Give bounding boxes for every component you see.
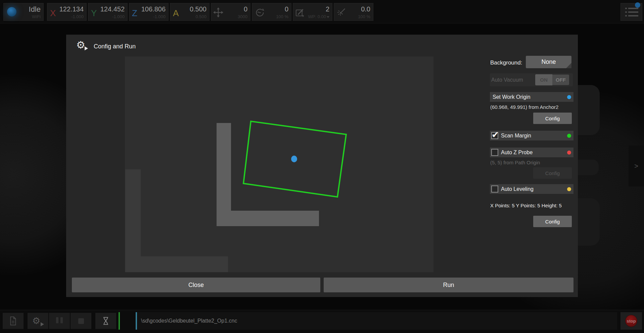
laser-box[interactable]: 0.0 100 % xyxy=(334,3,373,21)
stop-square-icon xyxy=(78,318,84,324)
notification-dot xyxy=(635,2,640,8)
emergency-stop-button[interactable]: stop xyxy=(625,315,637,327)
scan-margin-checkbox[interactable]: ✔ xyxy=(491,132,498,139)
progress-accent-green xyxy=(119,312,120,330)
z-probe-detail: (5, 5) from Path Origin xyxy=(490,160,540,165)
tool-box[interactable]: 2 WP: 0.00 xyxy=(293,3,332,21)
hourglass-icon xyxy=(101,316,110,326)
pause-button xyxy=(49,313,70,329)
laser-sub: 100 % xyxy=(358,14,370,19)
axis-y-value: 124.452 xyxy=(100,5,125,13)
config-run-gear-icon: ⚙ xyxy=(76,39,88,51)
z-probe-status-dot xyxy=(567,151,571,155)
axis-a-value: 0.500 xyxy=(190,5,206,13)
set-work-origin-header[interactable]: Set Work Origin xyxy=(490,92,573,102)
auto-vacuum-on-button[interactable]: ON xyxy=(535,74,552,85)
spinner-fold-icon xyxy=(566,63,571,68)
scan-margin-label: Scan Margin xyxy=(501,131,531,140)
axis-x-value: 122.134 xyxy=(59,5,84,13)
axis-z-sub-value: -1.000 xyxy=(153,14,166,19)
open-file-button[interactable] xyxy=(3,313,24,329)
expand-panel-tab[interactable]: > xyxy=(629,145,644,186)
move-arrows-icon xyxy=(213,7,223,17)
work-area-preview[interactable] xyxy=(125,56,433,272)
auto-leveling-label: Auto Leveling xyxy=(501,184,534,194)
machine-status-box[interactable]: Idle WiFi xyxy=(3,3,44,21)
axis-z-value: 106.806 xyxy=(141,5,166,13)
work-origin-config-button[interactable]: Config xyxy=(533,113,572,124)
screen: X- > Idle WiFi X 122.134 -1.000 Y 124.45… xyxy=(0,0,644,333)
work-origin-detail: (60.968, 49.991) from Anchor2 xyxy=(490,104,558,110)
auto-z-probe-label: Auto Z Probe xyxy=(501,148,533,157)
axis-x-sub-value: -1.000 xyxy=(71,14,84,19)
axis-a-sub-value: 0.500 xyxy=(195,14,206,19)
auto-z-probe-checkbox[interactable] xyxy=(491,149,498,156)
chevron-down-icon xyxy=(327,16,329,18)
checkmark-icon: ✔ xyxy=(492,130,499,140)
config-run-button[interactable]: ⚙ xyxy=(28,313,48,329)
close-button[interactable]: Close xyxy=(72,278,320,292)
auto-vacuum-label: Auto Vacuum xyxy=(491,73,523,86)
spindle-value: 0 xyxy=(285,5,288,13)
leveling-detail: X Points: 5 Y Points: 5 Height: 5 xyxy=(490,203,562,208)
axis-x-box[interactable]: X 122.134 -1.000 xyxy=(47,3,87,21)
leveling-status-dot xyxy=(567,187,571,191)
feed-rate-value: 0 xyxy=(244,5,247,13)
config-and-run-dialog: ⚙ Config and Run Background: None Auto V… xyxy=(66,35,578,297)
spindle-icon xyxy=(254,7,264,17)
auto-leveling-header[interactable]: Auto Leveling xyxy=(490,184,573,194)
loaded-file-path[interactable]: \sd\gcodes\Geldbeutel_Platte2_Op1.cnc xyxy=(136,312,617,330)
background-label: Background: xyxy=(490,59,522,66)
machine-state: Idle xyxy=(29,5,41,14)
toolpath-bounds-overlay xyxy=(125,56,433,272)
play-icon xyxy=(41,322,44,326)
tool-number: 2 xyxy=(326,5,329,13)
background-spinner[interactable]: None xyxy=(526,56,571,68)
emergency-stop-box: stop xyxy=(620,312,642,330)
run-button[interactable]: Run xyxy=(324,278,573,292)
connection-status-icon xyxy=(7,7,16,16)
axis-y-box[interactable]: Y 124.452 -1.000 xyxy=(88,3,128,21)
axis-y-letter: Y xyxy=(91,8,97,18)
feed-rate-sub: 3000 xyxy=(238,14,247,19)
job-timer-button[interactable] xyxy=(95,313,116,329)
set-work-origin-label: Set Work Origin xyxy=(493,92,531,102)
top-status-bar: Idle WiFi X 122.134 -1.000 Y 124.452 -1.… xyxy=(0,0,644,24)
config-run-gear-icon: ⚙ xyxy=(32,315,44,327)
bottom-toolbar: ⚙ \sd\gcodes\Geldbeutel_Platte2_Op1.cnc … xyxy=(0,310,644,333)
work-origin-status-dot xyxy=(567,95,571,99)
axis-z-letter: Z xyxy=(132,8,137,18)
work-origin-dot xyxy=(291,156,297,162)
scan-margin-header[interactable]: ✔ Scan Margin xyxy=(490,131,573,140)
connection-type: WiFi xyxy=(32,14,41,19)
axis-a-box[interactable]: A 0.500 0.500 xyxy=(170,3,210,21)
feed-rate-box[interactable]: 0 3000 xyxy=(211,3,250,21)
tool-sub: WP: 0.00 xyxy=(308,14,329,19)
play-icon xyxy=(85,46,88,50)
dialog-title: Config and Run xyxy=(94,43,136,50)
tool-icon xyxy=(295,7,305,17)
axis-z-box[interactable]: Z 106.806 -1.000 xyxy=(129,3,169,21)
z-probe-config-button: Config xyxy=(533,167,572,179)
auto-z-probe-header[interactable]: Auto Z Probe xyxy=(490,148,573,157)
spindle-box[interactable]: 0 100 % xyxy=(252,3,291,21)
axis-x-letter: X xyxy=(50,8,56,18)
auto-vacuum-row: Auto Vacuum ON OFF xyxy=(490,73,573,86)
stop-job-button xyxy=(71,313,91,329)
spindle-sub: 100 % xyxy=(276,14,288,19)
pause-icon xyxy=(55,317,64,325)
auto-vacuum-off-button[interactable]: OFF xyxy=(552,75,569,85)
axis-y-sub-value: -1.000 xyxy=(112,14,125,19)
file-icon xyxy=(8,316,18,326)
laser-icon xyxy=(336,7,346,17)
leveling-config-button[interactable]: Config xyxy=(533,216,572,227)
auto-leveling-checkbox[interactable] xyxy=(491,185,498,193)
axis-a-letter: A xyxy=(173,8,179,18)
laser-value: 0.0 xyxy=(361,5,370,13)
scan-margin-status-dot xyxy=(567,134,571,138)
